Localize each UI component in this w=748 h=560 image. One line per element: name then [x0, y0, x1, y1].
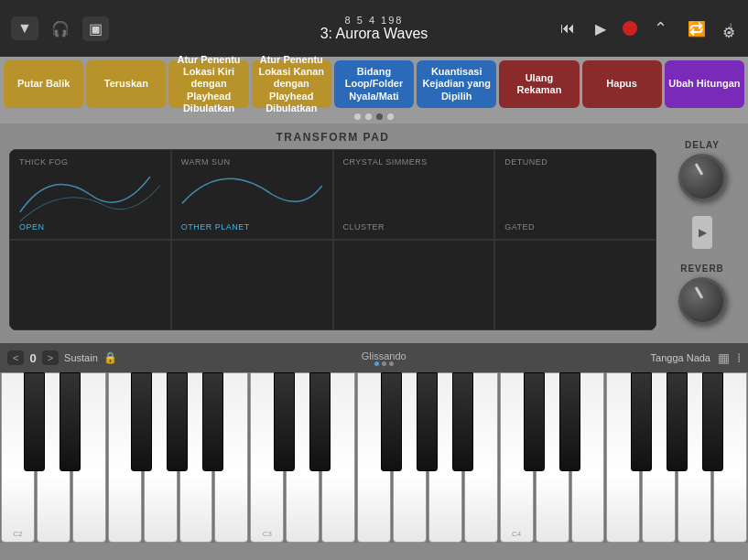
pad-cell-detuned[interactable]: DETUNED GATED — [494, 149, 656, 240]
c2-label: C2 — [13, 530, 22, 538]
other-planet-label: OTHER PLANET — [181, 222, 250, 232]
lock-icon: 🔒 — [103, 351, 117, 364]
open-label: OPEN — [19, 222, 45, 232]
tangga-nada-label: Tangga Nada — [651, 352, 710, 363]
play-button[interactable]: ▶ — [591, 16, 610, 41]
track-title: 3: Aurora Waves — [320, 26, 428, 42]
black-key-cs4[interactable] — [524, 372, 545, 471]
dots-grid-icon[interactable]: ⁞ — [737, 350, 741, 365]
black-key-ds3[interactable] — [309, 372, 331, 471]
black-key-as2[interactable] — [202, 372, 223, 471]
putar-balik-button[interactable]: Putar Balik — [4, 60, 83, 108]
ubah-hitungan-button[interactable]: Ubah Hitungan — [665, 60, 744, 108]
kuantisasi-button[interactable]: Kuantisasi Kejadian yang Dipilih — [417, 60, 496, 108]
black-key-gs4[interactable] — [667, 372, 688, 471]
piano-toolbar-center: Glissando — [362, 350, 407, 366]
dot-3 — [376, 113, 383, 120]
header-right: ⏮ ▶ ⌃ 🔁 ♩ ⚙ — [557, 15, 737, 42]
atur-kiri-button[interactable]: Atur Penentu Lokasi Kiri dengan Playhead… — [168, 60, 248, 108]
header-center: 8 5 4 198 3: Aurora Waves — [320, 15, 428, 42]
delay-knob[interactable] — [678, 154, 726, 201]
warm-sun-label: WARM SUN — [181, 157, 231, 167]
next-panel-button[interactable]: ▶ — [692, 216, 712, 249]
delay-knob-group: DELAY — [678, 140, 726, 201]
glissando-dot-3 — [389, 361, 394, 366]
detuned-label: DETUNED — [504, 157, 547, 167]
pad-cell-row2-col3[interactable] — [333, 240, 495, 330]
record-button[interactable] — [623, 21, 637, 36]
thick-fog-label: THICK FOG — [19, 157, 69, 167]
cluster-label: CLUSTER — [343, 222, 385, 232]
dropdown-button[interactable]: ▼ — [11, 16, 38, 40]
c4-label: C4 — [512, 530, 521, 538]
reverb-label: REVERB — [680, 264, 724, 274]
grid-icon[interactable]: ▦ — [718, 350, 730, 365]
hapus-button[interactable]: Hapus — [582, 60, 662, 108]
black-key-ds4[interactable] — [559, 372, 580, 471]
black-key-ds2[interactable] — [60, 372, 81, 471]
dot-1 — [354, 113, 361, 120]
transform-pad[interactable]: THICK FOG OPEN WARM SUN OTHER PLANET CRY… — [9, 149, 656, 330]
header-left: ▼ 🎧 ▣ — [11, 16, 109, 41]
black-key-cs2[interactable] — [24, 372, 45, 471]
octave-number: 0 — [29, 351, 36, 365]
reverb-knob[interactable] — [678, 277, 726, 325]
dot-4 — [387, 113, 394, 120]
window-icon[interactable]: ▣ — [82, 16, 109, 41]
knobs-panel: DELAY ▶ REVERB — [666, 131, 739, 336]
header: ▼ 🎧 ▣ 8 5 4 198 3: Aurora Waves ⏮ ▶ ⌃ 🔁 … — [0, 0, 748, 57]
black-key-fs2[interactable] — [131, 372, 152, 471]
glissando-dot-1 — [374, 361, 379, 366]
bidang-loop-button[interactable]: Bidang Loop/Folder Nyala/Mati — [334, 60, 414, 108]
gated-label: GATED — [504, 222, 535, 232]
pad-cell-row2-col2[interactable] — [171, 240, 333, 330]
black-key-gs2[interactable] — [167, 372, 188, 471]
piano-section: < 0 > Sustain 🔒 Glissando Tangga Nada ▦ … — [0, 343, 748, 543]
delay-label: DELAY — [685, 140, 720, 150]
rewind-button[interactable]: ⏮ — [557, 16, 579, 40]
black-key-as3[interactable] — [452, 372, 473, 471]
transform-section: TRANSFORM PAD THICK FOG OPEN WARM SUN OT… — [9, 131, 656, 336]
toolbar-dots — [0, 112, 748, 124]
pad-cell-row2-col4[interactable] — [494, 240, 656, 330]
piano-keys[interactable]: C2 C3 C4 — [0, 372, 748, 543]
reverb-knob-group: REVERB — [678, 264, 726, 325]
pad-cell-thick-fog[interactable]: THICK FOG OPEN — [9, 149, 171, 240]
pad-cell-row2-col1[interactable] — [9, 240, 171, 330]
glissando-dot-2 — [382, 361, 386, 366]
main-area: TRANSFORM PAD THICK FOG OPEN WARM SUN OT… — [0, 124, 748, 343]
piano-toolbar-right: Tangga Nada ▦ ⁞ — [651, 350, 741, 365]
black-key-as4[interactable] — [702, 372, 723, 471]
ulang-rekaman-button[interactable]: Ulang Rekaman — [499, 60, 579, 108]
c3-label: C3 — [263, 530, 272, 538]
octave-right-button[interactable]: > — [42, 350, 59, 365]
pad-cell-crystal-simmers[interactable]: CRYSTAL SIMMERS CLUSTER — [333, 149, 495, 240]
headphones-icon[interactable]: 🎧 — [48, 16, 73, 41]
black-key-fs4[interactable] — [631, 372, 652, 471]
glissando-dots — [374, 361, 394, 366]
transform-pad-title: TRANSFORM PAD — [9, 131, 656, 144]
piano-toolbar-left: < 0 > Sustain 🔒 — [7, 350, 117, 365]
pad-cell-warm-sun[interactable]: WARM SUN OTHER PLANET — [171, 149, 333, 240]
sustain-label: Sustain — [64, 352, 98, 363]
octave-left-button[interactable]: < — [7, 350, 24, 365]
dot-2 — [365, 113, 372, 120]
up-caret-button[interactable]: ⌃ — [650, 15, 671, 42]
settings-icon[interactable]: ⚙ — [719, 20, 739, 45]
toolbar: Putar Balik Teruskan Atur Penentu Lokasi… — [0, 57, 748, 112]
piano-toolbar: < 0 > Sustain 🔒 Glissando Tangga Nada ▦ … — [0, 343, 748, 372]
atur-kanan-button[interactable]: Atur Penentu Lokasi Kanan dengan Playhea… — [252, 60, 331, 108]
black-key-fs3[interactable] — [381, 372, 402, 471]
counter-display: 8 5 4 198 — [345, 15, 404, 26]
crystal-simmers-label: CRYSTAL SIMMERS — [343, 157, 428, 167]
black-key-cs3[interactable] — [274, 372, 295, 471]
loop-icon[interactable]: 🔁 — [684, 16, 710, 41]
glissando-label: Glissando — [362, 350, 407, 361]
black-key-gs3[interactable] — [417, 372, 438, 471]
teruskan-button[interactable]: Teruskan — [86, 60, 166, 108]
